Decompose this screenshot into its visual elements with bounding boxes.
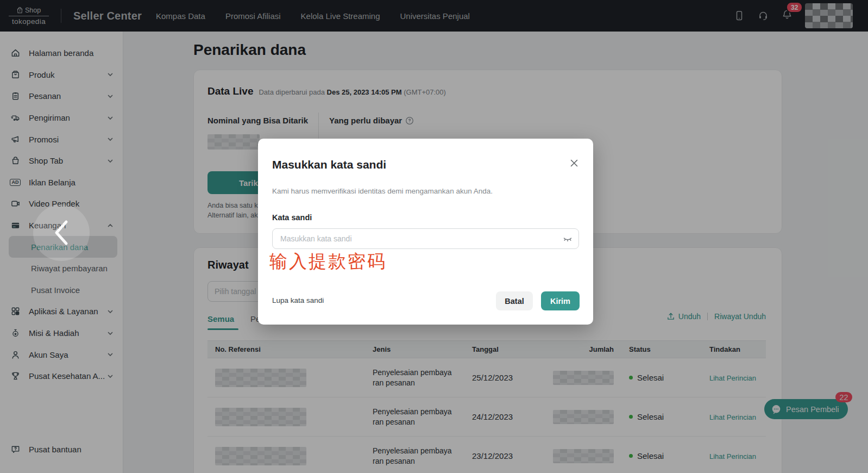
modal-title: Masukkan kata sandi bbox=[272, 158, 386, 171]
password-field-label: Kata sandi bbox=[272, 213, 312, 222]
password-input[interactable] bbox=[272, 228, 579, 249]
tutorial-annotation: 输入提款密码 bbox=[269, 250, 387, 274]
eye-closed-icon[interactable] bbox=[562, 234, 573, 245]
cancel-button[interactable]: Batal bbox=[496, 291, 533, 310]
modal-subtitle: Kami harus memverifikasi identitas demi … bbox=[272, 187, 493, 195]
back-gesture-indicator bbox=[33, 204, 90, 261]
password-field-wrap bbox=[272, 228, 579, 249]
submit-button[interactable]: Kirim bbox=[541, 291, 580, 310]
chevron-left-icon bbox=[52, 219, 71, 247]
close-icon[interactable] bbox=[569, 158, 579, 168]
password-modal: Masukkan kata sandi Kami harus memverifi… bbox=[258, 139, 593, 325]
forgot-password-link[interactable]: Lupa kata sandi bbox=[272, 296, 324, 304]
